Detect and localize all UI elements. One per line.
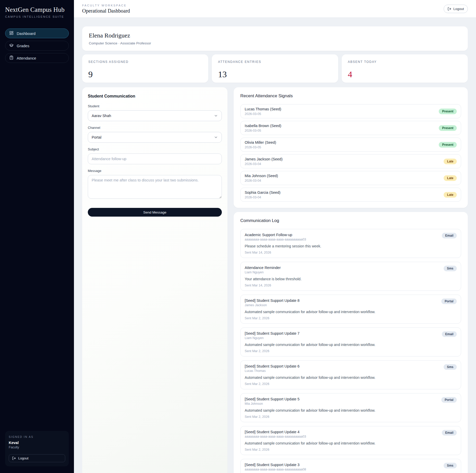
graduation-cap-icon xyxy=(9,43,14,48)
attendance-row: Lucas Thomas (Seed) 2026-03-05 Present xyxy=(240,104,461,118)
sidebar-item-label: Attendance xyxy=(17,56,36,60)
status-badge: Present xyxy=(439,109,457,114)
channel-badge: Email xyxy=(442,233,457,238)
comm-entry-body: Please schedule a mentoring session this… xyxy=(245,244,457,248)
signed-in-role: Faculty xyxy=(9,446,65,449)
comm-entry-body: Your attendance is below threshold. xyxy=(245,277,457,281)
attendance-date: 2026-03-04 xyxy=(245,196,280,199)
comm-entry-sender: Liam Nguyen xyxy=(245,336,300,340)
attendance-student-name: Sophia Garcia (Seed) xyxy=(245,190,280,195)
dashboard-content: Elena Rodriguez Computer Science · Assoc… xyxy=(74,18,476,473)
recent-attendance-panel: Recent Attendance Signals Lucas Thomas (… xyxy=(234,87,468,208)
student-communication-panel: Student Communication Student Aarav Shah… xyxy=(82,87,227,473)
comm-entry-sent: Sent Mar 2, 2026 xyxy=(245,349,457,353)
dashboard-icon xyxy=(9,31,14,36)
comm-entry-sender: Mia Johnson xyxy=(245,402,300,406)
message-textarea[interactable] xyxy=(88,175,222,199)
attendance-date: 2026-03-05 xyxy=(245,146,276,149)
stat-value: 13 xyxy=(218,70,332,79)
comm-entry-body: Automated sample communication for advis… xyxy=(245,441,457,445)
comm-entry-body: Automated sample communication for advis… xyxy=(245,408,457,412)
attendance-row: James Jackson (Seed) 2026-03-04 Late xyxy=(240,154,461,168)
clipboard-icon xyxy=(9,55,14,61)
signed-in-panel: SIGNED IN AS Keval Faculty Logout xyxy=(5,431,69,466)
comm-entry-sent: Sent Mar 14, 2026 xyxy=(245,251,457,254)
brand-title: NextGen Campus Hub xyxy=(5,6,69,13)
attendance-date: 2026-03-04 xyxy=(245,179,278,182)
stat-label: SECTIONS ASSIGNED xyxy=(88,60,202,64)
logout-icon xyxy=(448,7,451,11)
stat-card-attendance-entries: ATTENDANCE ENTRIES 13 xyxy=(212,54,338,83)
top-bar: FACULTY WORKSPACE Operational Dashboard … xyxy=(74,0,476,18)
comm-entry-sent: Sent Mar 2, 2026 xyxy=(245,382,457,386)
brand: NextGen Campus Hub CAMPUS INTELLIGENCE S… xyxy=(5,6,69,18)
sidebar-item-grades[interactable]: Grades xyxy=(5,41,69,51)
comm-entry-title: [Seed] Student Support Update 7 xyxy=(245,331,300,335)
attendance-row: Sophia Garcia (Seed) 2026-03-04 Late xyxy=(240,188,461,202)
stat-cards: SECTIONS ASSIGNED 9 ATTENDANCE ENTRIES 1… xyxy=(82,54,468,83)
comm-entry-sender: James Jackson xyxy=(245,303,300,307)
workspace-eyebrow: FACULTY WORKSPACE xyxy=(82,4,130,7)
signed-in-name: Keval xyxy=(9,441,65,445)
channel-badge: Sms xyxy=(444,463,457,468)
communication-log-panel: Communication Log Academic Support Follo… xyxy=(234,212,468,473)
comm-entry-body: Automated sample communication for advis… xyxy=(245,343,457,347)
comm-entry-title: [Seed] Student Support Update 3 xyxy=(245,463,306,467)
sidebar-item-label: Dashboard xyxy=(17,31,35,36)
channel-badge: Sms xyxy=(444,266,457,271)
top-bar-titles: FACULTY WORKSPACE Operational Dashboard xyxy=(82,4,130,14)
dashboard-columns: Student Communication Student Aarav Shah… xyxy=(82,87,468,473)
attendance-row: Olivia Miller (Seed) 2026-03-05 Present xyxy=(240,138,461,152)
comm-entry-title: [Seed] Student Support Update 4 xyxy=(245,430,306,434)
attendance-date: 2026-03-05 xyxy=(245,129,281,132)
comm-entry-title: Academic Support Follow-up xyxy=(245,233,306,237)
status-badge: Present xyxy=(439,125,457,131)
attendance-student-name: James Jackson (Seed) xyxy=(245,157,282,161)
sidebar-item-dashboard[interactable]: Dashboard xyxy=(5,28,69,38)
comm-entry-title: [Seed] Student Support Update 6 xyxy=(245,364,300,368)
channel-select[interactable]: Portal xyxy=(88,132,222,143)
send-message-button[interactable]: Send Message xyxy=(88,208,222,217)
faculty-subtitle: Computer Science · Associate Professor xyxy=(89,41,461,45)
comm-entry-sender: Liam Nguyen xyxy=(245,271,281,274)
status-badge: Late xyxy=(444,159,457,164)
page-title: Operational Dashboard xyxy=(82,8,130,14)
comm-entry-sender: aaaaaaaa-aaaa-aaaa-aaaa-aaaaaaaaaa03 xyxy=(245,435,306,438)
stat-card-sections-assigned: SECTIONS ASSIGNED 9 xyxy=(82,54,208,83)
comm-entry-sender: aaaaaaaa-aaaa-aaaa-aaaa-aaaaaaaaaa03 xyxy=(245,238,306,241)
sidebar-logout-button[interactable]: Logout xyxy=(9,454,65,462)
channel-select-value: Portal xyxy=(92,135,101,139)
comm-entry-body: Automated sample communication for advis… xyxy=(245,310,457,314)
communication-log-entry: [Seed] Student Support Update 3 aaaaaaaa… xyxy=(240,459,461,473)
student-select[interactable]: Aarav Shah xyxy=(88,110,222,121)
chevron-down-icon xyxy=(214,135,218,139)
panel-title: Communication Log xyxy=(240,218,461,223)
channel-field-label: Channel xyxy=(88,126,222,130)
subject-input[interactable] xyxy=(88,153,222,164)
attendance-date: 2026-03-04 xyxy=(245,162,282,166)
student-select-value: Aarav Shah xyxy=(92,114,111,118)
message-field-label: Message xyxy=(88,169,222,173)
channel-badge: Portal xyxy=(441,397,457,403)
channel-badge: Email xyxy=(442,430,457,436)
chevron-down-icon xyxy=(214,114,218,118)
communication-log-entry: Attendance Reminder Liam Nguyen Sms Your… xyxy=(240,262,461,291)
header-logout-button[interactable]: Logout xyxy=(444,5,468,13)
channel-badge: Sms xyxy=(444,364,457,370)
subject-field-label: Subject xyxy=(88,147,222,151)
signed-in-label: SIGNED IN AS xyxy=(9,435,65,438)
attendance-signal-list: Lucas Thomas (Seed) 2026-03-05 Present I… xyxy=(240,104,461,202)
student-field-label: Student xyxy=(88,104,222,108)
panel-title: Student Communication xyxy=(88,94,222,99)
sidebar-item-attendance[interactable]: Attendance xyxy=(5,53,69,63)
attendance-student-name: Olivia Miller (Seed) xyxy=(245,140,276,144)
sidebar-item-label: Grades xyxy=(17,44,29,48)
main-area: FACULTY WORKSPACE Operational Dashboard … xyxy=(74,0,476,473)
sidebar-logout-label: Logout xyxy=(18,456,28,460)
communication-log-entry: [Seed] Student Support Update 6 Lucas Th… xyxy=(240,360,461,389)
communication-log-entry: [Seed] Student Support Update 5 Mia John… xyxy=(240,393,461,422)
channel-badge: Email xyxy=(442,331,457,337)
attendance-date: 2026-03-05 xyxy=(245,112,281,116)
stat-value: 9 xyxy=(88,70,202,79)
comm-entry-sent: Sent Mar 2, 2026 xyxy=(245,448,457,451)
